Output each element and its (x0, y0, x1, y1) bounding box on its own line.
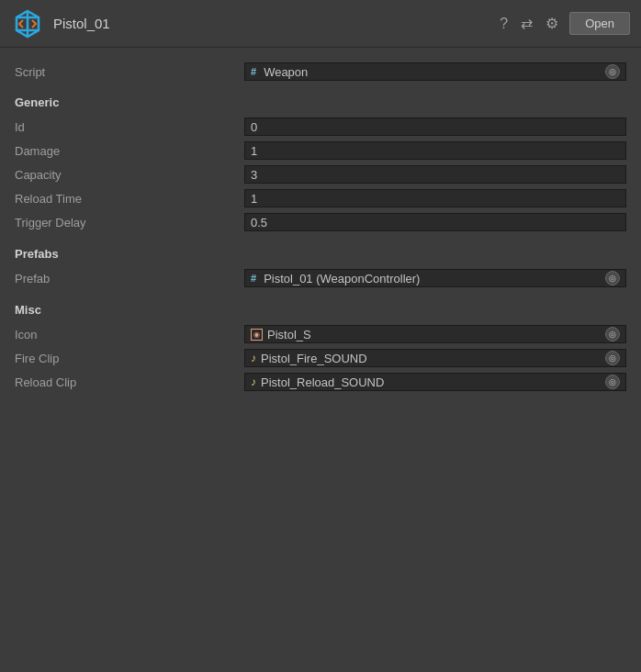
icon-asset-name: Pistol_S (267, 328, 311, 342)
label-reload-clip: Reload Clip (15, 375, 244, 389)
icon-image-icon: ◉ (251, 329, 263, 341)
title-right: ? ⇄ ⚙ Open (498, 12, 630, 35)
generic-section-header: Generic (15, 95, 626, 109)
script-asset-left: # Weapon (251, 65, 308, 79)
reload-clip-asset-left: ♪ Pistol_Reload_SOUND (251, 375, 384, 389)
script-target-button[interactable]: ◎ (605, 64, 620, 79)
field-row-icon: Icon ◉ Pistol_S ◎ (15, 324, 626, 344)
input-id[interactable] (244, 118, 626, 136)
field-row-reload-clip: Reload Clip ♪ Pistol_Reload_SOUND ◎ (15, 372, 626, 392)
generic-heading: Generic (15, 95, 59, 109)
script-label: Script (15, 65, 244, 79)
field-row-damage: Damage (15, 140, 626, 161)
field-row-trigger-delay: Trigger Delay (15, 212, 626, 232)
icon-asset-field[interactable]: ◉ Pistol_S ◎ (244, 325, 626, 343)
input-trigger-delay[interactable] (244, 213, 626, 231)
misc-heading: Misc (15, 303, 41, 317)
fire-clip-asset-left: ♪ Pistol_Fire_SOUND (251, 352, 367, 365)
label-reload-time: Reload Time (15, 192, 244, 206)
reload-clip-asset-name: Pistol_Reload_SOUND (261, 375, 384, 389)
content-area: Script # Weapon ◎ Generic Id Damage Capa… (0, 48, 641, 410)
script-row: Script # Weapon ◎ (15, 62, 626, 81)
field-row-fire-clip: Fire Clip ♪ Pistol_Fire_SOUND ◎ (15, 348, 626, 368)
fire-clip-target-button[interactable]: ◎ (605, 351, 620, 365)
script-asset-field[interactable]: # Weapon ◎ (244, 62, 626, 81)
prefab-asset-name: Pistol_01 (WeaponController) (264, 272, 420, 286)
fire-clip-asset-name: Pistol_Fire_SOUND (261, 352, 367, 365)
title-left: Pistol_01 (11, 7, 110, 40)
help-button[interactable]: ? (498, 14, 510, 34)
gear-button[interactable]: ⚙ (544, 13, 560, 34)
input-capacity[interactable] (244, 165, 626, 184)
sliders-icon: ⇄ (521, 15, 533, 32)
reload-clip-target-button[interactable]: ◎ (605, 375, 620, 389)
icon-target-button[interactable]: ◎ (605, 327, 620, 342)
field-row-reload-time: Reload Time (15, 188, 626, 208)
reload-clip-asset-field[interactable]: ♪ Pistol_Reload_SOUND ◎ (244, 373, 626, 391)
script-asset-name: Weapon (264, 65, 308, 79)
title-bar: Pistol_01 ? ⇄ ⚙ Open (0, 0, 641, 48)
field-row-prefab: Prefab # Pistol_01 (WeaponController) ◎ (15, 268, 626, 288)
gear-icon: ⚙ (545, 15, 558, 32)
label-fire-clip: Fire Clip (15, 352, 244, 365)
field-row-capacity: Capacity (15, 164, 626, 185)
script-hash-icon: # (251, 66, 256, 77)
window-title: Pistol_01 (53, 16, 110, 31)
prefab-hash-icon: # (251, 273, 256, 284)
help-icon: ? (500, 16, 508, 32)
reload-clip-music-icon: ♪ (251, 375, 256, 388)
prefab-target-button[interactable]: ◎ (605, 271, 620, 286)
label-id: Id (15, 120, 244, 134)
input-damage[interactable] (244, 141, 626, 160)
logo-icon (11, 7, 44, 40)
field-row-id: Id (15, 117, 626, 137)
label-capacity: Capacity (15, 168, 244, 182)
prefabs-section-header: Prefabs (15, 247, 626, 261)
label-icon: Icon (15, 328, 244, 342)
fire-clip-music-icon: ♪ (251, 352, 256, 364)
sliders-button[interactable]: ⇄ (519, 13, 534, 34)
prefabs-heading: Prefabs (15, 247, 59, 261)
input-reload-time[interactable] (244, 189, 626, 207)
fire-clip-asset-field[interactable]: ♪ Pistol_Fire_SOUND ◎ (244, 349, 626, 367)
label-damage: Damage (15, 144, 244, 158)
label-trigger-delay: Trigger Delay (15, 216, 244, 230)
prefab-asset-field[interactable]: # Pistol_01 (WeaponController) ◎ (244, 269, 626, 287)
open-button[interactable]: Open (569, 12, 630, 35)
icon-asset-left: ◉ Pistol_S (251, 328, 311, 342)
prefab-asset-left: # Pistol_01 (WeaponController) (251, 272, 420, 286)
misc-section-header: Misc (15, 303, 626, 317)
label-prefab: Prefab (15, 272, 244, 286)
